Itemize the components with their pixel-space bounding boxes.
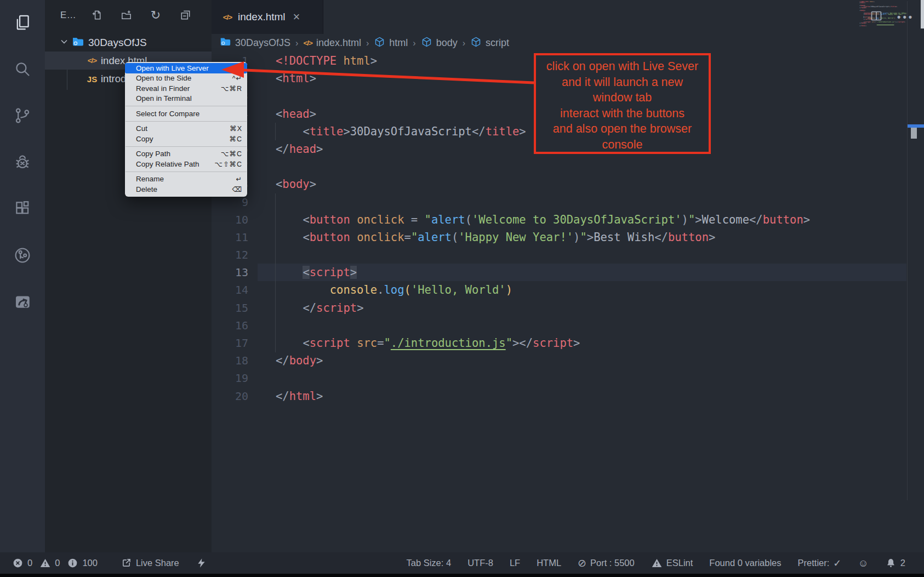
status-encoding[interactable]: UTF-8: [467, 558, 493, 568]
code-line-9[interactable]: 9: [212, 193, 924, 211]
code-line-17[interactable]: 17 <script src="./introduction.js"></scr…: [212, 334, 924, 352]
menu-item-copy-path[interactable]: Copy Path⌥⌘C: [125, 149, 247, 159]
symbol-cube-icon: [421, 36, 432, 50]
breadcrumb-30daysofjs[interactable]: 30DaysOfJS: [219, 36, 290, 50]
symbol-cube-icon: [470, 36, 482, 50]
menu-item-select-for-compare[interactable]: Select for Compare: [125, 108, 247, 119]
menu-item-rename[interactable]: Rename↵: [125, 174, 247, 185]
code-line-8[interactable]: 8<body>: [212, 175, 924, 193]
line-number: 20: [212, 387, 248, 405]
menu-separator: [126, 146, 247, 147]
status-eol[interactable]: LF: [510, 558, 520, 568]
menu-item-open-with-live-server[interactable]: Open with Live Server: [125, 63, 247, 73]
shortcut: ⌘X: [230, 124, 242, 133]
window-bottom-strip: [0, 574, 924, 577]
annotation-line: and it will launch a new: [536, 75, 709, 90]
line-number: 11: [212, 228, 248, 246]
shortcut: ⌥⇧⌘C: [215, 160, 242, 168]
menu-separator: [126, 172, 247, 172]
breadcrumb-body[interactable]: body: [421, 36, 458, 50]
activity-item-run-debug[interactable]: [0, 140, 45, 186]
new-file-icon[interactable]: [90, 9, 103, 22]
folder-label: 30DaysOfJS: [88, 37, 147, 49]
activity-item-source-control[interactable]: [0, 93, 45, 140]
status-eslint[interactable]: ESLint: [651, 557, 693, 569]
bell-icon: [885, 557, 897, 569]
code-line-13[interactable]: 13 <script>: [212, 264, 924, 281]
error-icon: [12, 557, 24, 569]
line-number: 16: [212, 317, 248, 334]
extensions-icon: [13, 199, 32, 220]
annotation-line: and also open the browser: [536, 121, 709, 137]
status-language-mode[interactable]: HTML: [537, 558, 561, 568]
status-feedback[interactable]: ☺: [858, 558, 868, 568]
refresh-icon[interactable]: ↻: [149, 9, 162, 22]
menu-item-reveal-in-finder[interactable]: Reveal in Finder⌥⌘R: [125, 83, 247, 94]
code-line-14[interactable]: 14 console.log('Hello, World'): [212, 281, 924, 299]
menu-item-cut[interactable]: Cut⌘X: [125, 124, 247, 134]
code-line-10[interactable]: 10 <button onclick = "alert('Welcome to …: [212, 211, 924, 228]
html-file-icon: </>: [220, 13, 235, 21]
status-problems[interactable]: 00100: [12, 557, 101, 569]
menu-item-open-to-the-side[interactable]: Open to the Side^↵: [125, 73, 247, 84]
tree-folder-30daysofjs[interactable]: 30DaysOfJS: [45, 34, 212, 52]
code-line-18[interactable]: 18</body>: [212, 352, 924, 369]
scrollbar-thumb[interactable]: [911, 128, 917, 139]
close-icon[interactable]: ×: [293, 11, 300, 23]
code-line-11[interactable]: 11 <button onclick="alert('Happy New Yea…: [212, 228, 924, 246]
tab-index-html[interactable]: </> index.html ×: [212, 0, 323, 34]
activity-item-extensions[interactable]: [0, 186, 45, 233]
status-variables[interactable]: Found 0 variables: [709, 558, 781, 568]
code-line-16[interactable]: 16: [212, 317, 924, 334]
menu-item-delete[interactable]: Delete⌫: [125, 184, 247, 195]
status-live-share[interactable]: Live Share: [121, 557, 179, 569]
code-line-15[interactable]: 15 </script>: [212, 299, 924, 317]
annotation-box: click on open with Live Severand it will…: [534, 53, 711, 154]
warning-icon: [39, 557, 51, 569]
activity-item-live-share[interactable]: [0, 279, 45, 326]
activity-item-gitlens[interactable]: [0, 233, 45, 279]
code-line-20[interactable]: 20</html>: [212, 387, 924, 405]
new-folder-icon[interactable]: [119, 9, 133, 22]
annotation-line: click on open with Live Sever: [536, 59, 709, 75]
line-number: 13: [212, 264, 248, 281]
window-edge-strip: [921, 0, 924, 28]
git-branch-icon: [13, 106, 32, 127]
check-icon: ✓: [833, 557, 841, 569]
breadcrumb-html[interactable]: html: [374, 36, 408, 50]
code-line-19[interactable]: 19: [212, 369, 924, 387]
status-prettier[interactable]: Prettier:✓: [798, 557, 842, 569]
menu-item-copy-relative-path[interactable]: Copy Relative Path⌥⇧⌘C: [125, 159, 247, 169]
code-line-20[interactable]: 20</html>: [859, 25, 906, 26]
shortcut: ↵: [236, 175, 242, 183]
status-tab-size[interactable]: Tab Size: 4: [407, 558, 452, 568]
activity-item-search[interactable]: [0, 47, 45, 93]
status-right: Tab Size: 4UTF-8LFHTML⊘Port : 5500ESLint…: [407, 557, 906, 569]
shortcut: ⌘C: [229, 135, 242, 143]
breadcrumb-index-html[interactable]: </>index.html: [303, 37, 361, 49]
breadcrumb-script[interactable]: script: [470, 36, 509, 50]
menu-item-copy[interactable]: Copy⌘C: [125, 134, 247, 144]
chevron-down-icon: [59, 36, 70, 50]
info-icon: [67, 557, 78, 569]
html-file-icon: </>: [85, 56, 99, 65]
activity-item-explorer[interactable]: [0, 0, 45, 47]
feedback-icon: ☺: [858, 558, 868, 568]
breadcrumb-separator: ›: [366, 38, 369, 48]
code-line-12[interactable]: 12: [212, 246, 924, 264]
breadcrumb: 30DaysOfJS›</>index.html›html›body›scrip…: [219, 34, 509, 52]
menu-item-open-in-terminal[interactable]: Open in Terminal: [125, 94, 247, 104]
code-line-7[interactable]: 7: [212, 158, 924, 175]
minimap[interactable]: 1<!DOCTYPE html>2<html>34<head>5 <title>…: [859, 1, 906, 26]
share-icon: [121, 557, 132, 569]
line-number: 10: [212, 211, 248, 228]
annotation-line: interact with the buttons: [536, 106, 709, 122]
status-notifications[interactable]: 2: [885, 557, 905, 569]
status-port[interactable]: ⊘Port : 5500: [578, 558, 635, 568]
collapse-all-icon[interactable]: [179, 9, 192, 22]
folder-icon: [70, 35, 86, 51]
indent-guide: [275, 123, 276, 140]
status-flash[interactable]: [196, 557, 207, 569]
debug-icon: [13, 153, 32, 174]
shortcut: ⌥⌘R: [221, 84, 242, 93]
